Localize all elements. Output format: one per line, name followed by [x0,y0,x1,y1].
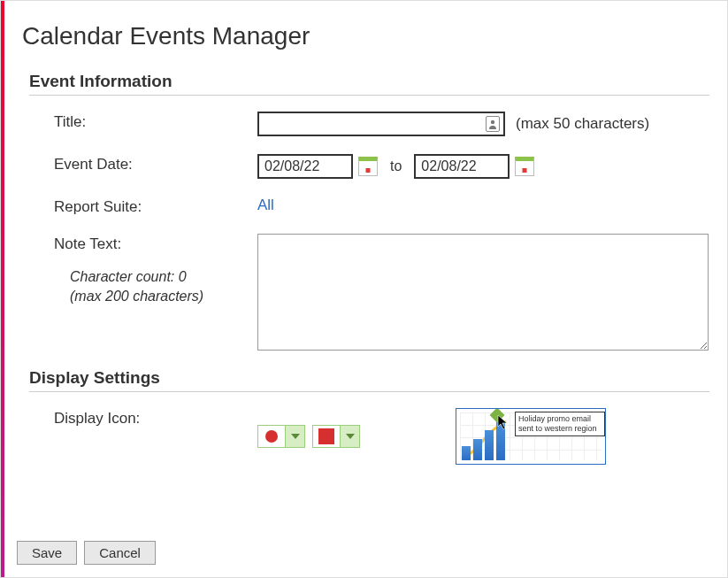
preview-tooltip: Holiday promo email sent to western regi… [515,412,605,436]
display-icon-label: Display Icon: [54,408,257,428]
title-label: Title: [54,112,257,131]
calendar-icon[interactable] [358,157,378,176]
color-swatch [313,426,340,447]
contact-card-icon[interactable] [486,116,500,132]
title-input[interactable] [257,112,505,136]
note-text-label-block: Note Text: Character count: 0 (max 200 c… [54,234,257,307]
report-suite-link[interactable]: All [257,197,274,214]
event-date-label: Event Date: [54,154,257,173]
note-text-label: Note Text: [54,235,121,252]
chevron-down-icon[interactable] [340,426,359,447]
svg-point-0 [491,120,494,124]
page-title: Calendar Events Manager [22,22,709,50]
date-to-text: to [390,158,402,174]
color-picker[interactable] [312,425,360,448]
character-count-text: Character count: 0 [70,267,257,287]
chevron-down-icon[interactable] [285,426,304,447]
date-from-input[interactable] [257,154,353,179]
section-display-settings: Display Settings [29,368,709,392]
save-button[interactable]: Save [17,541,77,565]
icon-preview: Holiday promo email sent to western regi… [456,408,606,465]
note-text-input[interactable] [257,234,709,351]
shape-swatch [258,426,285,447]
title-hint: (max 50 characters) [516,115,649,133]
report-suite-label: Report Suite: [54,197,257,216]
shape-picker[interactable] [257,425,305,448]
section-event-information: Event Information [29,72,709,96]
date-to-input[interactable] [414,154,510,179]
cancel-button[interactable]: Cancel [84,541,156,565]
calendar-icon[interactable] [515,157,534,176]
character-max-text: (max 200 characters) [70,287,257,306]
cursor-icon [497,414,510,430]
accent-stripe [1,1,4,577]
